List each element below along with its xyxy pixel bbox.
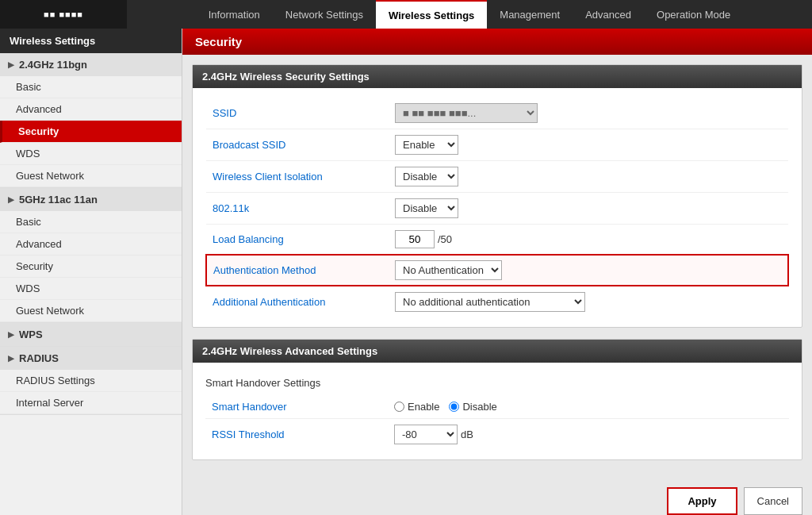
smart-handover-label: Smart Handover (205, 395, 388, 419)
security-settings-panel: 2.4GHz Wireless Security Settings SSID ■… (192, 64, 802, 328)
broadcast-ssid-label: Broadcast SSID (206, 129, 389, 161)
client-isolation-value: Disable Enable (389, 161, 788, 193)
sidebar-item-24ghz-wds[interactable]: WDS (0, 143, 182, 165)
sidebar-section-title-wps[interactable]: ▶ WPS (0, 323, 182, 346)
sidebar-section-label-wps: WPS (19, 329, 43, 340)
arrow-icon-24ghz: ▶ (8, 60, 14, 69)
broadcast-ssid-row: Broadcast SSID Enable Disable (206, 129, 788, 161)
80211k-select[interactable]: Disable Enable (395, 198, 458, 218)
sidebar-section-radius: ▶ RADIUS RADIUS Settings Internal Server (0, 347, 182, 415)
additional-auth-label: Additional Authentication (206, 286, 389, 317)
advanced-settings-panel: 2.4GHz Wireless Advanced Settings Smart … (192, 339, 802, 460)
ssid-select[interactable]: ■ ■■ ■■■ ■■■... (395, 103, 538, 123)
sidebar-section-5ghz: ▶ 5GHz 11ac 11an Basic Advanced Security… (0, 188, 182, 323)
content-area: Security 2.4GHz Wireless Security Settin… (182, 29, 812, 515)
nav-wireless-settings[interactable]: Wireless Settings (376, 0, 487, 29)
advanced-form-table: Smart Handover Enable Disable (205, 395, 789, 450)
nav-operation-mode[interactable]: Operation Mode (644, 0, 743, 29)
ssid-row: SSID ■ ■■ ■■■ ■■■... (206, 98, 788, 129)
apply-button[interactable]: Apply (667, 487, 737, 515)
sidebar-item-5ghz-guest[interactable]: Guest Network (0, 300, 182, 322)
rssi-unit: dB (461, 429, 473, 440)
load-bal-input[interactable] (395, 230, 435, 248)
nav-items: Information Network Settings Wireless Se… (127, 0, 812, 29)
sidebar-item-24ghz-security[interactable]: Security (0, 121, 182, 143)
arrow-icon-radius: ▶ (8, 354, 14, 363)
nav-management[interactable]: Management (487, 0, 573, 29)
content-inner: 2.4GHz Wireless Security Settings SSID ■… (182, 55, 812, 481)
sidebar-section-label-5ghz: 5GHz 11ac 11an (19, 194, 98, 206)
nav-network-settings[interactable]: Network Settings (273, 0, 376, 29)
rssi-label: RSSI Threshold (205, 419, 388, 451)
additional-auth-select[interactable]: No additional authentication WISPr (395, 292, 585, 312)
auth-method-select[interactable]: No Authentication WPA2 WPA/WPA2 WEP (395, 260, 502, 280)
rssi-select[interactable]: -80 -75 -70 -65 (394, 425, 458, 444)
smart-handover-enable-radio[interactable] (394, 402, 404, 412)
sidebar: Wireless Settings ▶ 2.4GHz 11bgn Basic A… (0, 29, 182, 515)
sidebar-section-title-5ghz[interactable]: ▶ 5GHz 11ac 11an (0, 188, 182, 211)
broadcast-ssid-select[interactable]: Enable Disable (395, 135, 458, 155)
smart-handover-disable-label[interactable]: Disable (449, 401, 496, 413)
sidebar-header: Wireless Settings (0, 29, 182, 53)
auth-method-label: Authentication Method (206, 255, 389, 286)
security-form-table: SSID ■ ■■ ■■■ ■■■... Broadcast SSID (205, 98, 789, 317)
auth-method-row: Authentication Method No Authentication … (206, 255, 788, 286)
load-bal-group: /50 (395, 230, 782, 248)
80211k-label: 802.11k (206, 193, 389, 225)
rssi-group: -80 -75 -70 -65 dB (394, 425, 783, 444)
sidebar-section-title-24ghz[interactable]: ▶ 2.4GHz 11bgn (0, 53, 182, 76)
load-balancing-value: /50 (389, 225, 788, 256)
rssi-value: -80 -75 -70 -65 dB (388, 419, 789, 451)
arrow-icon-wps: ▶ (8, 330, 14, 339)
page-title: Security (182, 29, 812, 55)
sidebar-item-24ghz-guest[interactable]: Guest Network (0, 165, 182, 187)
ssid-label: SSID (206, 98, 389, 129)
load-balancing-label: Load Balancing (206, 225, 389, 256)
client-isolation-row: Wireless Client Isolation Disable Enable (206, 161, 788, 193)
top-navigation: ■■ ■■■■ Information Network Settings Wir… (0, 0, 812, 29)
additional-auth-row: Additional Authentication No additional … (206, 286, 788, 317)
ssid-value: ■ ■■ ■■■ ■■■... (389, 98, 788, 129)
sidebar-item-5ghz-advanced[interactable]: Advanced (0, 233, 182, 256)
load-bal-separator: /50 (438, 233, 452, 245)
sidebar-item-5ghz-wds[interactable]: WDS (0, 278, 182, 300)
arrow-icon-5ghz: ▶ (8, 195, 14, 204)
smart-handover-enable-text: Enable (408, 401, 439, 413)
bottom-bar: Apply Cancel (182, 481, 812, 515)
sidebar-item-5ghz-basic[interactable]: Basic (0, 211, 182, 233)
smart-handover-row: Smart Handover Enable Disable (205, 395, 789, 419)
sidebar-item-internal-server[interactable]: Internal Server (0, 392, 182, 414)
nav-information[interactable]: Information (196, 0, 273, 29)
auth-method-value: No Authentication WPA2 WPA/WPA2 WEP (389, 255, 788, 286)
sidebar-section-label-radius: RADIUS (19, 352, 59, 364)
load-balancing-row: Load Balancing /50 (206, 225, 788, 256)
nav-advanced[interactable]: Advanced (573, 0, 644, 29)
sidebar-item-5ghz-security[interactable]: Security (0, 256, 182, 278)
sidebar-section-24ghz: ▶ 2.4GHz 11bgn Basic Advanced Security W… (0, 53, 182, 188)
cancel-button[interactable]: Cancel (744, 487, 802, 515)
rssi-row: RSSI Threshold -80 -75 -70 -65 d (205, 419, 789, 451)
80211k-row: 802.11k Disable Enable (206, 193, 788, 225)
advanced-panel-title: 2.4GHz Wireless Advanced Settings (193, 340, 802, 363)
security-panel-body: SSID ■ ■■ ■■■ ■■■... Broadcast SSID (193, 88, 802, 327)
smart-handover-enable-label[interactable]: Enable (394, 401, 439, 413)
sidebar-item-24ghz-basic[interactable]: Basic (0, 76, 182, 98)
sidebar-section-title-radius[interactable]: ▶ RADIUS (0, 347, 182, 370)
smart-handover-radio-group: Enable Disable (394, 401, 783, 413)
advanced-panel-body: Smart Handover Settings Smart Handover E… (193, 363, 802, 459)
additional-auth-value: No additional authentication WISPr (389, 286, 788, 317)
client-isolation-label: Wireless Client Isolation (206, 161, 389, 193)
logo: ■■ ■■■■ (0, 0, 127, 29)
main-layout: Wireless Settings ▶ 2.4GHz 11bgn Basic A… (0, 29, 812, 515)
smart-handover-disable-text: Disable (462, 401, 496, 413)
client-isolation-select[interactable]: Disable Enable (395, 167, 458, 186)
smart-handover-value: Enable Disable (388, 395, 789, 419)
sidebar-section-label-24ghz: 2.4GHz 11bgn (19, 59, 87, 71)
smart-handover-section-label: Smart Handover Settings (205, 372, 789, 395)
sidebar-item-24ghz-advanced[interactable]: Advanced (0, 98, 182, 121)
sidebar-section-wps: ▶ WPS (0, 323, 182, 347)
security-panel-title: 2.4GHz Wireless Security Settings (193, 65, 802, 88)
sidebar-item-radius-settings[interactable]: RADIUS Settings (0, 370, 182, 392)
80211k-value: Disable Enable (389, 193, 788, 225)
smart-handover-disable-radio[interactable] (449, 402, 459, 412)
